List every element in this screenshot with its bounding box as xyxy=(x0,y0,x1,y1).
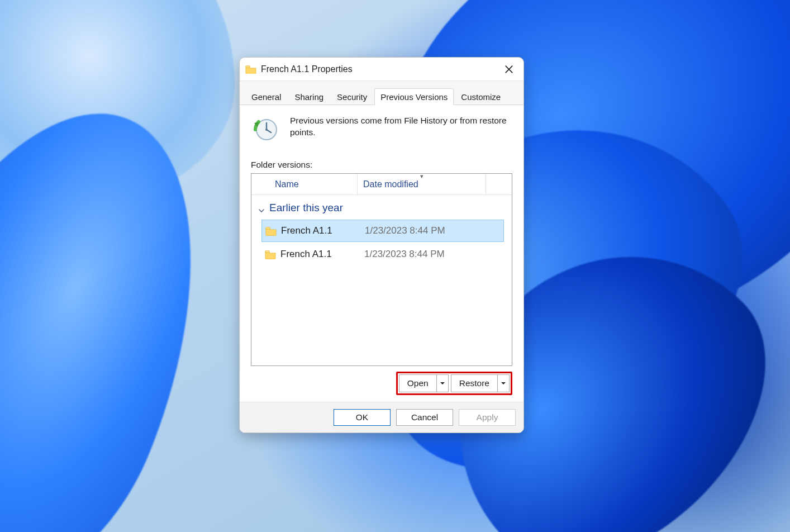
column-name[interactable]: Name xyxy=(251,174,358,194)
apply-button[interactable]: Apply xyxy=(459,409,516,426)
version-row[interactable]: French A1.1 1/23/2023 8:44 PM xyxy=(261,220,504,242)
svg-point-2 xyxy=(265,129,268,131)
column-name-label: Name xyxy=(275,179,299,189)
titlebar[interactable]: French A1.1 Properties xyxy=(240,58,524,81)
column-spacer[interactable] xyxy=(486,174,512,194)
open-split-button[interactable]: Open xyxy=(399,374,449,392)
list-label: Folder versions: xyxy=(251,160,512,170)
sort-indicator-icon: ▾ xyxy=(420,173,423,180)
close-button[interactable] xyxy=(500,60,518,78)
tab-strip: General Sharing Security Previous Versio… xyxy=(240,81,524,105)
version-row[interactable]: French A1.1 1/23/2023 8:44 PM xyxy=(261,243,504,265)
svg-rect-3 xyxy=(266,227,270,229)
folder-icon xyxy=(265,250,276,259)
tab-customize[interactable]: Customize xyxy=(455,89,507,105)
versions-listview[interactable]: Name ▾ Date modified Earlier this year xyxy=(251,173,512,366)
open-dropdown-arrow[interactable] xyxy=(437,375,448,392)
annotation-highlight: Open Restore xyxy=(396,372,512,395)
open-button[interactable]: Open xyxy=(399,375,437,392)
svg-rect-0 xyxy=(246,65,250,67)
chevron-down-icon xyxy=(258,205,265,211)
tab-security[interactable]: Security xyxy=(331,89,373,105)
ok-button[interactable]: OK xyxy=(334,409,391,426)
svg-rect-4 xyxy=(265,251,269,253)
row-name: French A1.1 xyxy=(280,249,364,260)
column-date-label: Date modified xyxy=(363,179,418,189)
dialog-button-bar: OK Cancel Apply xyxy=(240,402,524,433)
row-date: 1/23/2023 8:44 PM xyxy=(364,249,445,260)
tab-previous-versions[interactable]: Previous Versions xyxy=(374,88,454,105)
group-label: Earlier this year xyxy=(269,202,343,214)
listview-header: Name ▾ Date modified xyxy=(251,174,512,195)
properties-dialog: French A1.1 Properties General Sharing S… xyxy=(239,57,524,433)
tab-sharing[interactable]: Sharing xyxy=(288,89,330,105)
restore-dropdown-arrow[interactable] xyxy=(498,375,509,392)
row-name: French A1.1 xyxy=(281,225,365,236)
restore-split-button[interactable]: Restore xyxy=(451,374,510,392)
group-earlier-this-year[interactable]: Earlier this year xyxy=(251,198,512,218)
column-date-modified[interactable]: ▾ Date modified xyxy=(358,174,486,194)
description-text: Previous versions come from File History… xyxy=(290,115,512,139)
tab-body: Previous versions come from File History… xyxy=(240,105,524,402)
restore-button[interactable]: Restore xyxy=(451,375,498,392)
folder-icon xyxy=(265,226,277,235)
window-title: French A1.1 Properties xyxy=(261,64,500,74)
history-icon xyxy=(251,115,279,143)
row-date: 1/23/2023 8:44 PM xyxy=(365,225,445,236)
cancel-button[interactable]: Cancel xyxy=(396,409,453,426)
folder-icon xyxy=(245,65,256,74)
tab-general[interactable]: General xyxy=(245,89,287,105)
